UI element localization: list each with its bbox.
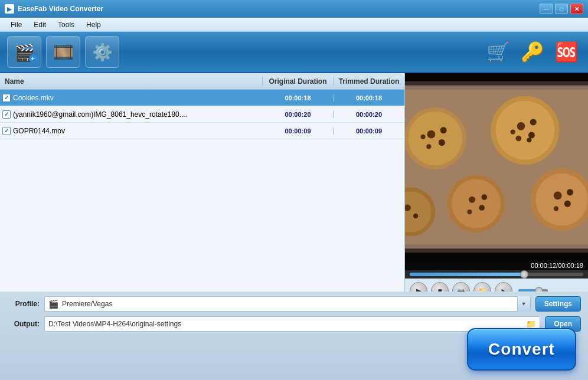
progress-thumb[interactable] [520, 270, 528, 279]
main-content: Name Original Duration Trimmed Duration … [0, 73, 588, 303]
file-trimmed-duration: 00:00:09 [334, 127, 404, 135]
shop-button[interactable]: 🛒 [484, 38, 512, 66]
file-row-name: (yannik1960@gmail.com)IMG_8061_hevc_rota… [0, 110, 263, 119]
menu-help[interactable]: Help [80, 19, 107, 30]
progress-track[interactable] [410, 273, 583, 276]
svg-point-11 [496, 101, 555, 160]
menu-tools[interactable]: Tools [52, 19, 80, 30]
svg-point-5 [427, 130, 435, 139]
menu-file[interactable]: File [5, 19, 28, 30]
col-trimmed-header: Trimmed Duration [334, 77, 404, 86]
file-list-body: Cookies.mkv 00:00:18 00:00:18 (yannik196… [0, 90, 404, 303]
table-row[interactable]: Cookies.mkv 00:00:18 00:00:18 [0, 90, 404, 106]
file-checkbox[interactable] [2, 110, 11, 119]
svg-point-9 [420, 135, 425, 139]
menu-bar: File Edit Tools Help [0, 18, 588, 32]
profile-row: Profile: 🎬 Premiere/Vegas ▼ Settings [7, 296, 581, 312]
convert-button[interactable]: Convert [467, 328, 576, 371]
help-button[interactable]: 🆘 [553, 38, 581, 66]
svg-point-19 [452, 179, 501, 228]
settings-button[interactable]: Settings [535, 296, 581, 312]
maximize-button[interactable]: □ [555, 4, 568, 14]
file-checkbox[interactable] [2, 127, 11, 135]
file-row-name: Cookies.mkv [0, 94, 263, 102]
profile-icon: 🎬 [48, 299, 58, 309]
file-checkbox[interactable] [2, 94, 11, 102]
profile-label: Profile: [7, 300, 40, 308]
minimize-button[interactable]: ─ [540, 4, 553, 14]
file-original-duration: 00:00:09 [263, 127, 334, 135]
output-field: D:\Test Videos\MP4-H264\original-setting… [44, 316, 540, 332]
add-video-button[interactable]: 🎬 + [7, 36, 41, 68]
settings-button[interactable]: ⚙️ [85, 36, 119, 68]
svg-point-8 [440, 127, 447, 133]
svg-point-33 [413, 214, 418, 218]
svg-point-14 [515, 136, 521, 142]
video-progress-bar [405, 270, 588, 279]
register-button[interactable]: 🔑 [518, 38, 547, 66]
video-thumbnail [405, 73, 588, 261]
table-row[interactable]: (yannik1960@gmail.com)IMG_8061_hevc_rota… [0, 106, 404, 123]
video-time-display: 00:00:12/00:00:18 [405, 261, 588, 270]
svg-point-12 [517, 122, 525, 130]
toolbar: 🎬 + 🎞️ ⚙️ 🛒 🔑 🆘 [0, 32, 588, 73]
svg-point-13 [528, 132, 535, 139]
col-original-header: Original Duration [263, 77, 334, 86]
window-controls: ─ □ ✕ [540, 4, 583, 14]
bottom-panel: Profile: 🎬 Premiere/Vegas ▼ Settings Out… [0, 291, 588, 380]
svg-rect-35 [405, 248, 588, 261]
profile-dropdown-arrow[interactable]: ▼ [517, 296, 530, 312]
app-icon: ▶ [5, 4, 14, 14]
file-trimmed-duration: 00:00:18 [334, 94, 404, 101]
app-title: EaseFab Video Converter [18, 5, 540, 13]
svg-point-6 [439, 139, 445, 146]
svg-point-29 [567, 189, 573, 195]
video-panel: 00:00:12/00:00:18 ▶ ■ 📷 📁 🔊 [405, 73, 588, 303]
file-original-duration: 00:00:20 [263, 111, 334, 118]
toolbar-right-buttons: 🛒 🔑 🆘 [484, 38, 581, 66]
file-trimmed-duration: 00:00:20 [334, 111, 404, 118]
edit-video-button[interactable]: 🎞️ [46, 36, 80, 68]
progress-fill [410, 273, 524, 276]
svg-point-4 [409, 112, 462, 165]
menu-edit[interactable]: Edit [28, 19, 52, 30]
table-row[interactable]: GOPR0144.mov 00:00:09 00:00:09 [0, 123, 404, 139]
file-list-panel: Name Original Duration Trimmed Duration … [0, 73, 405, 303]
col-name-header: Name [0, 77, 263, 86]
svg-point-28 [554, 206, 558, 211]
title-bar: ▶ EaseFab Video Converter ─ □ ✕ [0, 0, 588, 18]
svg-point-20 [469, 196, 475, 203]
svg-point-23 [481, 194, 487, 200]
close-button[interactable]: ✕ [570, 4, 583, 14]
svg-point-15 [530, 119, 537, 125]
svg-point-21 [479, 205, 485, 211]
svg-point-17 [527, 137, 531, 142]
svg-point-22 [467, 209, 472, 214]
svg-point-16 [511, 129, 515, 134]
output-label: Output: [7, 320, 40, 328]
profile-value: Premiere/Vegas [62, 300, 514, 308]
profile-field: 🎬 Premiere/Vegas ▼ [44, 296, 531, 312]
svg-point-7 [426, 144, 431, 149]
svg-rect-34 [405, 73, 588, 86]
output-folder-icon: 📁 [526, 319, 536, 329]
svg-point-25 [535, 173, 587, 225]
output-path: D:\Test Videos\MP4-H264\original-setting… [48, 320, 520, 328]
convert-section: Convert [467, 328, 576, 371]
svg-point-26 [554, 191, 562, 199]
video-preview [405, 73, 588, 261]
svg-point-27 [564, 201, 571, 207]
file-list-header: Name Original Duration Trimmed Duration [0, 73, 404, 90]
file-row-name: GOPR0144.mov [0, 127, 263, 135]
file-original-duration: 00:00:18 [263, 94, 334, 101]
